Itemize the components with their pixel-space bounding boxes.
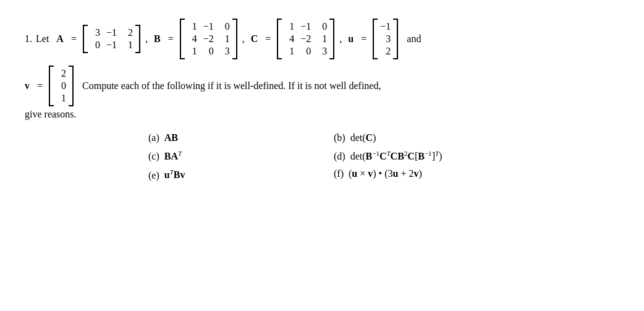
part-c-label: (c)	[148, 151, 159, 162]
part-a: (a) AB	[148, 132, 297, 143]
problem-number: 1.	[25, 33, 32, 45]
u-bracket-right	[393, 19, 398, 59]
C-cell-12: 1	[317, 33, 327, 45]
part-e-content: uTBv	[164, 168, 185, 181]
A-matrix-cells: 3 −1 2 0 −1 1	[90, 25, 133, 53]
part-a-label: (a)	[148, 132, 159, 143]
A-cell-00: 3	[90, 27, 100, 38]
B-cell-21: 0	[203, 46, 214, 57]
part-f-content: (u × v) • (3u + 2v)	[349, 168, 422, 179]
eq3: =	[265, 33, 271, 45]
C-cell-20: 1	[284, 46, 294, 57]
part-b: (b) det(C)	[334, 132, 482, 143]
comma2: ,	[242, 33, 245, 45]
B-cell-00: 1	[187, 21, 197, 32]
parts-row-1: (a) AB (b) det(C)	[148, 132, 619, 143]
part-b-content: det(C)	[350, 132, 376, 143]
C-cell-00: 1	[284, 21, 294, 32]
B-matrix: 1 −1 0 4 −2 1 1 0 3	[180, 19, 237, 59]
A-cell-01: −1	[106, 27, 117, 38]
eq5: =	[37, 80, 43, 92]
C-matrix-cells: 1 −1 0 4 −2 1 1 0 3	[284, 19, 327, 59]
B-cell-02: 0	[220, 21, 230, 32]
C-cell-21: 0	[300, 46, 311, 57]
u-cell-2: 2	[380, 46, 391, 57]
C-cell-01: −1	[300, 21, 311, 32]
u-bracket-left	[373, 19, 378, 59]
let-text: Let	[36, 33, 49, 45]
A-label: A	[56, 33, 64, 45]
u-matrix-cells: −1 3 2	[380, 19, 391, 59]
B-cell-20: 1	[187, 46, 197, 57]
C-label: C	[251, 33, 258, 45]
C-cell-11: −2	[300, 33, 311, 45]
v-label: v	[25, 80, 30, 92]
part-d-content: det(B−1CTCB2C[B−1]T)	[350, 150, 443, 162]
parts-row-3: (e) uTBv (f) (u × v) • (3u + 2v)	[148, 168, 619, 181]
B-bracket-right	[232, 19, 237, 59]
B-cell-22: 3	[220, 46, 230, 57]
part-e: (e) uTBv	[148, 168, 297, 181]
give-reasons: give reasons.	[25, 109, 619, 120]
B-cell-01: −1	[203, 21, 214, 32]
B-cell-12: 1	[220, 33, 230, 45]
A-bracket-right	[135, 25, 140, 53]
C-cell-10: 4	[284, 33, 294, 45]
B-bracket-left	[180, 19, 185, 59]
B-label: B	[154, 33, 161, 45]
eq4: =	[361, 33, 366, 45]
u-label: u	[348, 33, 354, 45]
v-cell-1: 0	[56, 80, 66, 92]
A-cell-12: 1	[123, 40, 133, 51]
u-matrix: −1 3 2	[373, 19, 398, 59]
problem-container: 1. Let A = 3 −1 2 0 −1 1 , B = 1	[25, 19, 619, 181]
A-bracket-left	[83, 25, 88, 53]
A-cell-10: 0	[90, 40, 100, 51]
C-bracket-right	[329, 19, 334, 59]
C-cell-02: 0	[317, 21, 327, 32]
compute-text: Compute each of the following if it is w…	[82, 80, 381, 92]
part-d: (d) det(B−1CTCB2C[B−1]T)	[334, 150, 482, 162]
v-cell-2: 1	[56, 93, 66, 104]
part-c: (c) BAT	[148, 150, 297, 162]
u-cell-1: 3	[380, 33, 391, 45]
C-cell-22: 3	[317, 46, 327, 57]
part-b-label: (b)	[334, 132, 345, 143]
part-e-label: (e)	[148, 170, 159, 181]
comma3: ,	[339, 33, 342, 45]
part-d-label: (d)	[334, 151, 345, 162]
eq1: =	[71, 33, 77, 45]
eq2: =	[168, 33, 174, 45]
v-bracket-right	[69, 66, 74, 106]
part-f: (f) (u × v) • (3u + 2v)	[334, 168, 482, 181]
v-bracket-left	[49, 66, 54, 106]
u-cell-0: −1	[380, 21, 391, 32]
A-cell-11: −1	[106, 40, 117, 51]
v-matrix: 2 0 1	[49, 66, 74, 106]
A-cell-02: 2	[123, 27, 133, 38]
comma1: ,	[145, 33, 148, 45]
C-matrix: 1 −1 0 4 −2 1 1 0 3	[277, 19, 334, 59]
part-a-content: AB	[164, 132, 178, 143]
v-matrix-cells: 2 0 1	[56, 66, 66, 106]
B-matrix-cells: 1 −1 0 4 −2 1 1 0 3	[187, 19, 230, 59]
parts-section: (a) AB (b) det(C) (c) BAT (d) det(B−1CTC…	[25, 132, 619, 181]
B-cell-11: −2	[203, 33, 214, 45]
and-text: and	[404, 33, 421, 45]
line1: 1. Let A = 3 −1 2 0 −1 1 , B = 1	[25, 19, 619, 59]
line2: v = 2 0 1 Compute each of the following …	[25, 66, 619, 106]
v-cell-0: 2	[56, 68, 66, 79]
parts-row-2: (c) BAT (d) det(B−1CTCB2C[B−1]T)	[148, 150, 619, 162]
part-c-content: BAT	[164, 150, 182, 162]
A-matrix: 3 −1 2 0 −1 1	[83, 25, 140, 53]
B-cell-10: 4	[187, 33, 197, 45]
part-f-label: (f)	[334, 168, 344, 179]
C-bracket-left	[277, 19, 282, 59]
